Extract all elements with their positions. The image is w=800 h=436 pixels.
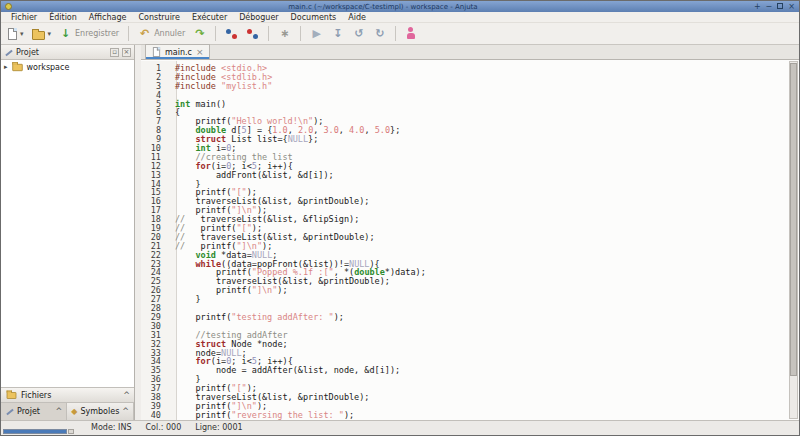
tab-main-c[interactable]: main.c × — [145, 44, 210, 59]
code-area[interactable]: 1#include <stdio.h>2#include <stdlib.h>3… — [141, 61, 789, 420]
line-number[interactable]: 7 — [141, 117, 169, 126]
line-number[interactable]: 8 — [141, 126, 169, 135]
step-over-icon: ↻ — [373, 27, 386, 41]
code-line[interactable]: 13 addFront(&list, &d[i]); — [141, 171, 789, 180]
anjuta-window: main.c (~/workspace/C-testimpl) - worksp… — [0, 0, 800, 436]
symbols-icon: ◆ — [71, 407, 77, 416]
file-icon — [153, 47, 160, 57]
menu-item-0[interactable]: Fichier — [5, 12, 43, 23]
progress-bar — [3, 429, 67, 434]
collapse-files-icon[interactable]: ^ — [123, 391, 130, 400]
project-dock: Projet ▫ × ▸ workspace Fichiers ^ Projet… — [1, 45, 135, 420]
status-line: Ligne: 0001 — [195, 423, 242, 432]
title-bar[interactable]: main.c (~/workspace/C-testimpl) - worksp… — [1, 1, 799, 12]
editor-tab-bar: main.c × — [141, 45, 799, 60]
editor-pane: main.c × 1#include <stdio.h>2#include <s… — [141, 45, 799, 420]
line-number[interactable]: 5 — [141, 100, 169, 109]
folder-icon — [12, 64, 22, 71]
menu-item-6[interactable]: Documents — [285, 12, 343, 23]
save-button[interactable]: ↓Enregistrer — [56, 25, 122, 43]
code-line[interactable]: 26 printf("]\n"); — [141, 286, 789, 295]
project-dock-header: Projet ▫ × — [1, 45, 134, 60]
tree-item-label: workspace — [27, 63, 70, 72]
step-in-button[interactable]: ↺ — [349, 25, 368, 43]
line-number[interactable]: 6 — [141, 108, 169, 117]
debug-person-button[interactable] — [402, 25, 420, 42]
code-line[interactable]: 3#include "mylist.h" — [141, 82, 789, 91]
code-lines-container: 1#include <stdio.h>2#include <stdlib.h>3… — [141, 64, 789, 420]
app-icon — [5, 3, 12, 10]
files-dock-label: Fichiers — [21, 391, 51, 400]
undo-button[interactable]: ↶Annuler — [135, 25, 188, 43]
run-icon: ▶ — [310, 27, 323, 41]
open-file-button[interactable]: ▾ — [29, 26, 55, 42]
maximize-icon — [777, 3, 783, 9]
pin-button[interactable]: + — [754, 2, 761, 11]
run-button[interactable]: ▶ — [307, 25, 326, 43]
line-number[interactable]: 3 — [141, 82, 169, 91]
save-button-label: Enregistrer — [75, 29, 119, 38]
dropdown-caret-icon[interactable]: ▾ — [48, 30, 52, 38]
menu-item-5[interactable]: Déboguer — [233, 12, 284, 23]
menu-bar: FichierÉditionAffichageConstruireExécute… — [1, 12, 799, 23]
code-line[interactable]: 40 printf("reversing the list: "); — [141, 411, 789, 420]
redo-button[interactable]: ↷ — [190, 25, 209, 43]
toolbar-separator — [268, 26, 269, 41]
line-number[interactable]: 2 — [141, 73, 169, 82]
menu-item-1[interactable]: Édition — [43, 12, 83, 23]
collapse-symbols-icon[interactable]: ^ — [122, 407, 129, 416]
toolbar-separator — [300, 26, 301, 41]
progress-handle — [68, 429, 74, 434]
clean-button[interactable]: ∗ — [275, 25, 294, 43]
editor-vertical-scrollbar[interactable] — [789, 61, 798, 419]
code-line[interactable]: 35 node = addAfter(&list, node, &d[i]); — [141, 366, 789, 375]
maximize-button[interactable] — [777, 2, 783, 11]
run-to-cursor-button[interactable]: ↧ — [328, 25, 347, 43]
code-line[interactable]: 29 printf("testing addAfter: "); — [141, 313, 789, 322]
tab-close-icon[interactable]: × — [196, 48, 204, 57]
code-text: } — [169, 295, 201, 304]
tree-item-workspace[interactable]: ▸ workspace — [1, 60, 134, 74]
code-line[interactable]: 4 — [141, 91, 789, 100]
menu-item-4[interactable]: Exécuter — [186, 12, 233, 23]
window-title: main.c (~/workspace/C-testimpl) - worksp… — [12, 3, 754, 11]
code-text: #include "mylist.h" — [169, 82, 272, 91]
step-in-icon: ↺ — [352, 27, 365, 41]
compile-button[interactable] — [222, 25, 241, 42]
code-text: printf("reversing the list: "); — [169, 411, 354, 420]
menu-item-2[interactable]: Affichage — [83, 12, 133, 23]
dock-tab-symboles[interactable]: ◆ Symboles ^ — [67, 403, 134, 420]
code-line[interactable]: 9 struct List list={NULL}; — [141, 135, 789, 144]
files-dock-bar[interactable]: Fichiers ^ — [1, 387, 134, 402]
line-number[interactable]: 1 — [141, 64, 169, 73]
build-icon — [246, 27, 259, 40]
run-to-cursor-icon: ↧ — [331, 27, 344, 41]
menu-item-7[interactable]: Aide — [342, 12, 372, 23]
toolbar-separator — [395, 26, 396, 41]
line-number[interactable]: 4 — [141, 91, 169, 100]
menu-item-3[interactable]: Construire — [132, 12, 185, 23]
step-over-button[interactable]: ↻ — [370, 25, 389, 43]
undo-button-label: Annuler — [154, 29, 185, 38]
line-number[interactable]: 40 — [141, 411, 169, 420]
dock-close-button[interactable]: × — [122, 48, 131, 57]
dock-tab-projet[interactable]: Projet ^ — [1, 403, 67, 420]
new-file-button[interactable]: ▾ — [5, 26, 27, 42]
expander-icon[interactable]: ▸ — [4, 63, 8, 71]
dock-detach-button[interactable]: ▫ — [110, 48, 119, 57]
toolbar-separator — [215, 26, 216, 41]
code-line[interactable]: 27 } — [141, 295, 789, 304]
toolbar: ▾▾↓Enregistrer↶Annuler↷∗▶↧↺↻ — [1, 23, 799, 45]
project-tree: ▸ workspace — [1, 60, 134, 387]
debug-person-icon — [405, 27, 417, 40]
build-button[interactable] — [243, 25, 262, 42]
collapse-projet-icon[interactable]: ^ — [56, 407, 63, 416]
symbols-dock-label: Symboles — [80, 407, 119, 416]
undo-icon: ↶ — [138, 27, 151, 41]
projet-tool-icon — [5, 407, 14, 416]
close-button[interactable]: × — [788, 2, 795, 11]
minimize-button[interactable]: − — [766, 2, 773, 11]
scrollbar-thumb[interactable] — [790, 63, 797, 376]
code-line[interactable]: 5int main() — [141, 100, 789, 109]
dropdown-caret-icon[interactable]: ▾ — [20, 30, 24, 38]
